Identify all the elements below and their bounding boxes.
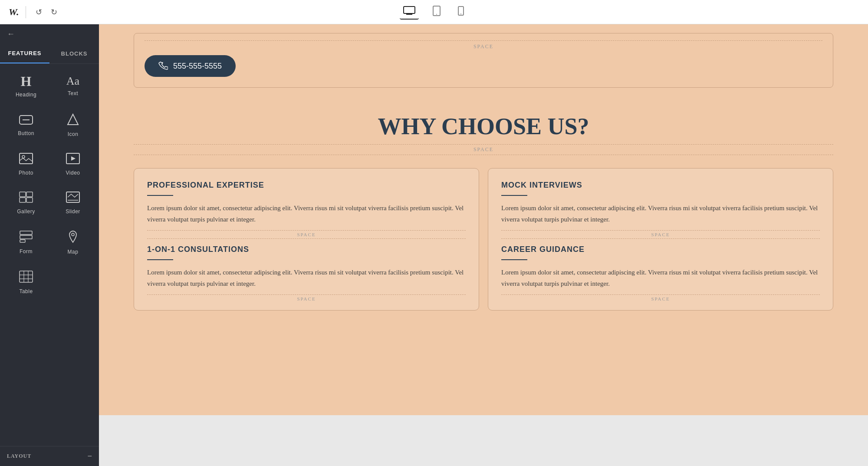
form-icon — [20, 231, 33, 245]
sidebar-back-button[interactable]: ← — [0, 24, 99, 44]
svg-rect-15 — [20, 192, 26, 197]
feature-heading[interactable]: H Heading — [3, 67, 49, 105]
device-switcher — [400, 4, 467, 20]
card-left-divider — [147, 195, 173, 196]
svg-point-24 — [72, 233, 74, 236]
why-choose-title: WHY CHOOSE US? — [134, 113, 833, 140]
card-right-divider — [501, 195, 527, 196]
layout-label: LAYOUT — [7, 453, 31, 459]
svg-rect-19 — [66, 192, 79, 202]
features-grid: H Heading Aa Text Button — [0, 64, 99, 305]
topbar-divider — [26, 6, 26, 18]
svg-rect-16 — [26, 192, 33, 197]
svg-point-12 — [22, 155, 25, 158]
logo: W. — [9, 7, 19, 18]
slider-label: Slider — [66, 208, 80, 215]
feature-gallery[interactable]: Gallery — [3, 185, 49, 221]
feature-slider[interactable]: Slider — [50, 185, 95, 221]
card-left: PROFESSIONAL EXPERTISE Lorem ipsum dolor… — [134, 168, 479, 311]
svg-rect-17 — [20, 198, 26, 202]
svg-rect-18 — [26, 198, 33, 202]
top-space-label: SPACE — [145, 40, 822, 50]
card-right-bottom-space: SPACE — [501, 294, 820, 301]
feature-text[interactable]: Aa Text — [50, 67, 95, 105]
svg-rect-21 — [20, 231, 32, 235]
svg-point-7 — [460, 13, 461, 14]
redo-button[interactable]: ↻ — [48, 6, 60, 19]
feature-button[interactable]: Button — [3, 106, 49, 144]
card-left-text2: Lorem ipsum dolor sit amet, consectetur … — [147, 267, 466, 289]
tablet-view-button[interactable] — [429, 4, 444, 20]
card-right: MOCK INTERVIEWS Lorem ipsum dolor sit am… — [488, 168, 833, 311]
canvas: SPACE 555-555-5555 WHY CHOOSE US? SPACE — [99, 24, 868, 466]
table-label: Table — [19, 288, 33, 294]
why-section: WHY CHOOSE US? SPACE — [99, 104, 868, 168]
top-border-box: SPACE 555-555-5555 — [134, 33, 833, 88]
svg-rect-0 — [404, 7, 415, 13]
svg-rect-25 — [20, 271, 33, 282]
history-controls: ↺ ↻ — [33, 6, 60, 19]
gallery-label: Gallery — [17, 208, 35, 215]
map-icon — [67, 230, 79, 245]
card-right-space: SPACE — [501, 230, 820, 239]
card-right-text2: Lorem ipsum dolor sit amet, consectetur … — [501, 267, 820, 289]
table-icon — [19, 271, 33, 285]
page-content: SPACE 555-555-5555 WHY CHOOSE US? SPACE — [99, 24, 868, 415]
card-left-subtitle: 1-ON-1 CONSULTATIONS — [147, 245, 466, 254]
video-icon — [66, 153, 80, 166]
sidebar-tabs: FEATURES BLOCKS — [0, 44, 99, 64]
map-label: Map — [68, 249, 79, 255]
layout-section: LAYOUT − — [0, 446, 99, 466]
slider-icon — [66, 192, 80, 205]
card-left-text1: Lorem ipsum dolor sit amet, consectetur … — [147, 203, 466, 225]
svg-rect-23 — [20, 240, 25, 242]
card-left-divider2 — [147, 259, 173, 260]
card-right-text1: Lorem ipsum dolor sit amet, consectetur … — [501, 203, 820, 225]
gallery-icon — [19, 192, 33, 205]
card-left-title: PROFESSIONAL EXPERTISE — [147, 181, 466, 190]
mobile-view-button[interactable] — [454, 4, 467, 20]
heading-label: Heading — [16, 92, 36, 98]
svg-rect-22 — [20, 235, 32, 239]
feature-photo[interactable]: Photo — [3, 146, 49, 183]
feature-form[interactable]: Form — [3, 223, 49, 262]
topbar: W. ↺ ↻ — [0, 0, 868, 24]
heading-icon: H — [21, 74, 32, 88]
layout-collapse-button[interactable]: − — [87, 452, 92, 461]
svg-rect-11 — [20, 153, 33, 164]
photo-icon — [19, 153, 33, 166]
card-right-title: MOCK INTERVIEWS — [501, 181, 820, 190]
desktop-view-button[interactable] — [400, 4, 419, 20]
feature-table[interactable]: Table — [3, 264, 49, 301]
why-space-label: SPACE — [134, 144, 833, 155]
sidebar: ← FEATURES BLOCKS H Heading Aa Text — [0, 24, 99, 466]
tab-blocks[interactable]: BLOCKS — [49, 44, 99, 63]
svg-marker-14 — [71, 156, 76, 161]
card-right-subtitle: CAREER GUIDANCE — [501, 245, 820, 254]
button-label: Button — [18, 130, 34, 136]
text-label: Text — [68, 90, 78, 96]
card-right-divider2 — [501, 259, 527, 260]
button-icon — [19, 115, 33, 127]
card-left-space: SPACE — [147, 230, 466, 239]
svg-marker-10 — [68, 114, 78, 125]
top-section: SPACE 555-555-5555 — [99, 24, 868, 104]
feature-map[interactable]: Map — [50, 223, 95, 262]
video-label: Video — [66, 170, 80, 176]
phone-button[interactable]: 555-555-5555 — [145, 55, 236, 77]
main-layout: ← FEATURES BLOCKS H Heading Aa Text — [0, 24, 868, 466]
icon-label: Icon — [68, 131, 79, 137]
phone-number: 555-555-5555 — [173, 62, 222, 71]
feature-video[interactable]: Video — [50, 146, 95, 183]
undo-button[interactable]: ↺ — [33, 6, 45, 19]
svg-point-5 — [436, 14, 437, 15]
form-label: Form — [20, 248, 33, 254]
cards-grid: PROFESSIONAL EXPERTISE Lorem ipsum dolor… — [99, 168, 868, 311]
feature-icon[interactable]: Icon — [50, 106, 95, 144]
topbar-left: W. ↺ ↻ — [9, 6, 60, 19]
photo-label: Photo — [19, 170, 33, 176]
tab-features[interactable]: FEATURES — [0, 44, 49, 63]
text-icon: Aa — [66, 76, 79, 87]
icon-icon — [67, 113, 79, 128]
card-left-bottom-space: SPACE — [147, 294, 466, 301]
